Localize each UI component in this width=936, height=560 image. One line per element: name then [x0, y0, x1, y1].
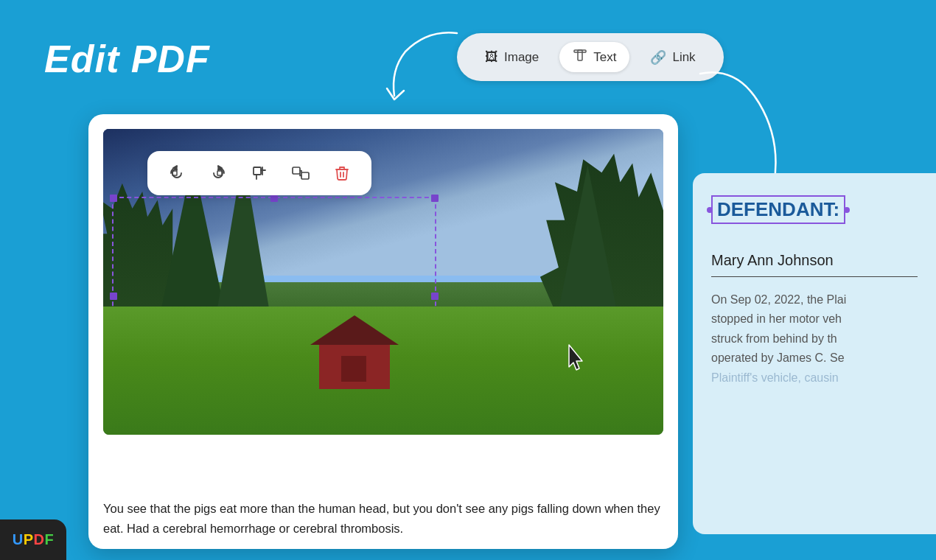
replace-button[interactable]	[287, 160, 314, 186]
logo-p: P	[24, 531, 34, 547]
delete-button[interactable]	[329, 160, 355, 186]
defendant-label: DEFENDANT:	[711, 195, 845, 224]
defendant-body-text: On Sep 02, 2022, the Plai stopped in her…	[711, 290, 918, 388]
decorative-arrow-left	[354, 22, 472, 118]
pdf-image-area[interactable]	[103, 129, 663, 435]
svg-rect-1	[578, 50, 582, 60]
link-icon: 🔗	[650, 49, 666, 66]
image-mode-button[interactable]: 🖼 Image	[472, 43, 552, 71]
pdf-document-card: You see that the pigs eat more than the …	[88, 114, 678, 549]
defendant-name: Mary Ann Johnson	[711, 252, 918, 277]
image-label: Image	[504, 50, 539, 65]
text-label: Text	[593, 50, 616, 65]
image-icon: 🖼	[485, 49, 498, 65]
right-document-panel: DEFENDANT: Mary Ann Johnson On Sep 02, 2…	[693, 173, 936, 534]
text-icon	[573, 48, 587, 66]
page-title: Edit PDF	[44, 37, 210, 81]
updf-logo: UPDF	[0, 519, 66, 560]
text-mode-button[interactable]: Text	[559, 42, 629, 72]
cursor-pointer	[566, 342, 590, 376]
logo-d: D	[34, 531, 45, 547]
crop-button[interactable]	[246, 160, 273, 186]
pdf-body-text: You see that the pigs eat more than the …	[103, 499, 663, 538]
logo-u: U	[13, 531, 24, 547]
rotate-right-button[interactable]	[205, 160, 231, 186]
svg-rect-6	[301, 172, 309, 179]
svg-rect-5	[293, 167, 300, 174]
svg-rect-3	[217, 171, 222, 175]
image-edit-toolbar	[147, 151, 371, 195]
svg-rect-4	[254, 167, 261, 175]
logo-f: F	[45, 531, 55, 547]
logo-text: UPDF	[13, 531, 54, 548]
rotate-left-button[interactable]	[164, 160, 190, 186]
